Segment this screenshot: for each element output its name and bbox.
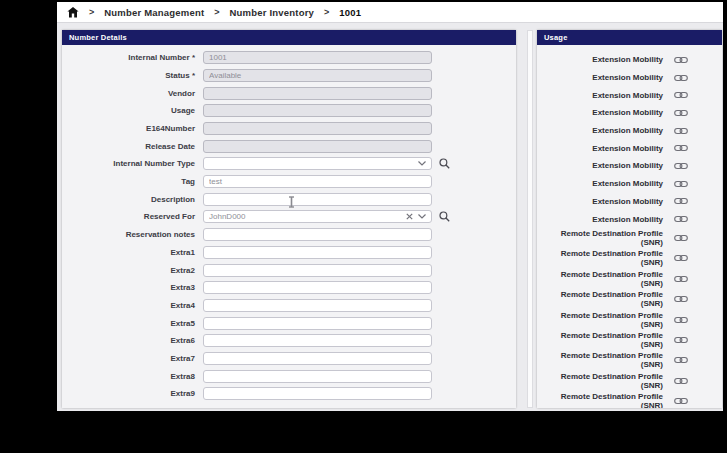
- field-input-wrap-usage: [203, 104, 432, 117]
- extra8-input[interactable]: [203, 370, 432, 383]
- field-input-wrap-vendor: [203, 87, 432, 100]
- field-label-internal-number: Internal Number *: [62, 53, 195, 62]
- link-icon[interactable]: [674, 162, 688, 170]
- field-label-extra5: Extra5: [62, 319, 195, 328]
- breadcrumb-item-number-management[interactable]: Number Management: [104, 7, 204, 18]
- usage-item-label: Extension Mobility: [592, 179, 663, 188]
- breadcrumb: > Number Management > Number Inventory >…: [57, 2, 723, 23]
- link-icon[interactable]: [674, 56, 688, 64]
- field-label-extra4: Extra4: [62, 301, 195, 310]
- link-icon[interactable]: [674, 295, 688, 303]
- extra7-input[interactable]: [203, 352, 432, 365]
- link-icon[interactable]: [674, 91, 688, 99]
- tag-input[interactable]: [203, 175, 432, 188]
- field-input-wrap-extra4: [203, 299, 432, 312]
- usage-panel: Usage Extension MobilityExtension Mobili…: [537, 30, 722, 408]
- internal-number-input: [203, 51, 432, 64]
- extra6-input[interactable]: [203, 334, 432, 347]
- link-icon[interactable]: [674, 275, 688, 283]
- number-details-title: Number Details: [69, 33, 127, 42]
- link-icon[interactable]: [674, 74, 688, 82]
- field-row-reservation-notes: Reservation notes: [62, 228, 516, 242]
- content-area: Number Details Internal Number *Status *…: [57, 23, 723, 411]
- field-row-extra1: Extra1: [62, 246, 516, 260]
- chevron-down-icon[interactable]: [418, 214, 426, 219]
- search-icon[interactable]: [439, 211, 450, 222]
- link-icon[interactable]: [674, 316, 688, 324]
- field-input-wrap-extra5: [203, 317, 432, 330]
- link-icon[interactable]: [674, 215, 688, 223]
- field-label-extra9: Extra9: [62, 389, 195, 398]
- usage-row-extension-mobility: Extension Mobility: [537, 175, 722, 193]
- breadcrumb-separator: >: [89, 7, 94, 17]
- link-icon[interactable]: [674, 377, 688, 385]
- vertical-scrollbar[interactable]: [527, 30, 533, 408]
- link-icon[interactable]: [674, 356, 688, 364]
- link-icon[interactable]: [674, 127, 688, 135]
- usage-item-label: Remote Destination Profile(SNR): [561, 392, 663, 408]
- breadcrumb-item-number-inventory[interactable]: Number Inventory: [230, 7, 315, 18]
- field-label-internal-number-type: Internal Number Type: [62, 159, 195, 168]
- field-row-extra2: Extra2: [62, 263, 516, 277]
- link-icon[interactable]: [674, 197, 688, 205]
- extra1-input[interactable]: [203, 246, 432, 259]
- extra4-input[interactable]: [203, 299, 432, 312]
- description-input[interactable]: [203, 193, 432, 206]
- link-icon[interactable]: [674, 254, 688, 262]
- field-row-status: Status *: [62, 69, 516, 83]
- extra2-input[interactable]: [203, 264, 432, 277]
- field-input-wrap-tag: [203, 175, 432, 188]
- field-row-extra3: Extra3: [62, 281, 516, 295]
- link-icon[interactable]: [674, 234, 688, 242]
- field-input-wrap-release-date: [203, 140, 432, 153]
- field-row-e164number: E164Number: [62, 122, 516, 136]
- reservation-notes-input[interactable]: [203, 228, 432, 241]
- search-icon[interactable]: [439, 158, 450, 169]
- status-input: [203, 69, 432, 82]
- usage-item-label: Extension Mobility: [592, 161, 663, 170]
- link-icon[interactable]: [674, 397, 688, 405]
- link-icon[interactable]: [674, 336, 688, 344]
- field-label-extra1: Extra1: [62, 248, 195, 257]
- number-details-panel: Number Details Internal Number *Status *…: [62, 30, 516, 408]
- clear-icon[interactable]: [406, 213, 413, 220]
- extra3-input[interactable]: [203, 281, 432, 294]
- field-label-extra7: Extra7: [62, 354, 195, 363]
- usage-item-label: Extension Mobility: [592, 144, 663, 153]
- extra5-input[interactable]: [203, 317, 432, 330]
- link-icon[interactable]: [674, 144, 688, 152]
- link-icon[interactable]: [674, 109, 688, 117]
- usage-row-remote-destination-profile-snr: Remote Destination Profile(SNR): [537, 350, 722, 370]
- link-icon[interactable]: [674, 180, 688, 188]
- field-row-tag: Tag: [62, 175, 516, 189]
- usage-header: Usage: [537, 30, 722, 45]
- reserved-for-select[interactable]: JohnD000: [203, 210, 432, 223]
- field-input-wrap-extra1: [203, 246, 432, 259]
- usage-row-extension-mobility: Extension Mobility: [537, 51, 722, 69]
- field-row-extra5: Extra5: [62, 316, 516, 330]
- number-details-form: Internal Number *Status *VendorUsageE164…: [62, 45, 516, 401]
- home-icon[interactable]: [67, 7, 79, 18]
- usage-item-label: Remote Destination Profile(SNR): [561, 331, 663, 349]
- chevron-down-icon[interactable]: [418, 161, 426, 166]
- internal-number-type-select[interactable]: [203, 157, 432, 170]
- field-input-wrap-extra3: [203, 281, 432, 294]
- extra9-input[interactable]: [203, 387, 432, 400]
- usage-row-remote-destination-profile-snr: Remote Destination Profile(SNR): [537, 228, 722, 248]
- field-input-wrap-extra8: [203, 370, 432, 383]
- reserved-for-select-value: JohnD000: [209, 212, 401, 221]
- usage-item-label: Remote Destination Profile(SNR): [561, 229, 663, 247]
- usage-item-label: Remote Destination Profile(SNR): [561, 311, 663, 329]
- field-label-reserved-for: Reserved For: [62, 212, 195, 221]
- field-row-vendor: Vendor: [62, 86, 516, 100]
- usage-item-label: Remote Destination Profile(SNR): [561, 270, 663, 288]
- usage-row-remote-destination-profile-snr: Remote Destination Profile(SNR): [537, 289, 722, 309]
- field-label-release-date: Release Date: [62, 142, 195, 151]
- usage-item-label: Extension Mobility: [592, 126, 663, 135]
- field-input-wrap-internal-number: [203, 51, 432, 64]
- field-input-wrap-reserved-for: JohnD000: [203, 210, 450, 223]
- field-label-extra3: Extra3: [62, 283, 195, 292]
- field-row-description: Description: [62, 193, 516, 207]
- usage-row-remote-destination-profile-snr: Remote Destination Profile(SNR): [537, 330, 722, 350]
- field-label-e164number: E164Number: [62, 124, 195, 133]
